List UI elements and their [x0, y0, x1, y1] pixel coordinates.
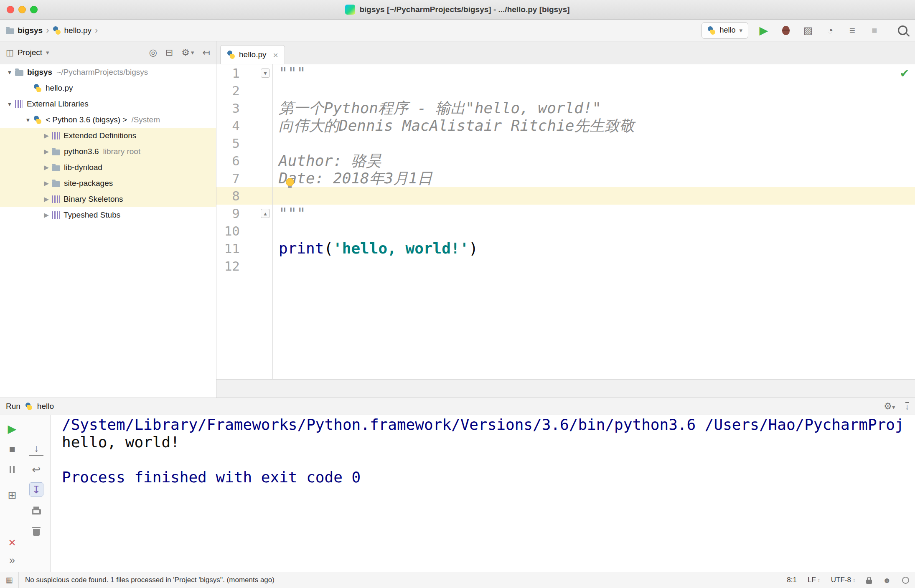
line-separator-widget[interactable]: LF ↕ [808, 576, 820, 584]
code-line[interactable]: 第一个Python程序 - 输出"hello, world!" [273, 99, 915, 117]
close-run-tab-button[interactable]: × [5, 535, 19, 550]
fold-marker-icon[interactable]: ▾ [261, 68, 270, 78]
stop-process-button[interactable]: ■ [5, 442, 19, 456]
tree-item-lib-dynload[interactable]: ▶lib-dynload [0, 160, 216, 175]
line-separator-value: LF [808, 576, 816, 584]
run-panel-title-label: Run [6, 402, 20, 411]
code-line[interactable]: 向伟大的Dennis MacAlistair Ritchie先生致敬 [273, 117, 915, 134]
editor-gutter[interactable]: 1▾23456789▴101112 [216, 64, 273, 379]
fold-marker-icon[interactable]: ▴ [261, 209, 270, 218]
tab-close-icon[interactable]: × [273, 51, 278, 59]
encoding-widget[interactable]: UTF-8 ↕ [831, 576, 855, 584]
tree-item-python3-6[interactable]: ▶python3.6library root [0, 144, 216, 160]
tree-item-hello-py[interactable]: hello.py [0, 80, 216, 96]
tree-collapsed-arrow-icon[interactable]: ▶ [41, 180, 52, 187]
tree-item-typeshed-stubs[interactable]: ▶Typeshed Stubs [0, 207, 216, 223]
python-file-icon [227, 51, 235, 59]
python-icon [53, 26, 61, 35]
print-console-button[interactable] [29, 503, 43, 517]
console-line: hello, world! [62, 433, 915, 451]
tree-expanded-arrow-icon[interactable]: ▼ [4, 101, 15, 107]
caret-position-widget[interactable]: 8:1 [787, 576, 797, 584]
tree-collapsed-arrow-icon[interactable]: ▶ [41, 132, 52, 139]
printer-icon [32, 509, 41, 514]
tab-hello-py[interactable]: hello.py × [220, 45, 285, 64]
code-line[interactable] [273, 187, 915, 205]
tree-item-extended-definitions[interactable]: ▶Extended Definitions [0, 128, 216, 144]
project-panel-header: ◫ Project ▾ ◎ ⊟ ⚙▾ ↤ [0, 41, 216, 64]
debug-button[interactable] [779, 24, 793, 37]
notifications-button[interactable] [902, 577, 909, 584]
intention-bulb-icon[interactable] [286, 178, 294, 186]
code-editor[interactable]: 1▾23456789▴101112 """第一个Python程序 - 输出"he… [216, 64, 915, 379]
line-number: 8 [216, 187, 240, 205]
editor-code[interactable]: """第一个Python程序 - 输出"hello, world!"向伟大的De… [273, 64, 915, 379]
pause-output-button[interactable] [5, 462, 19, 476]
tree-item-site-packages[interactable]: ▶site-packages [0, 175, 216, 191]
code-line[interactable] [273, 257, 915, 275]
project-panel-actions: ◎ ⊟ ⚙▾ ↤ [149, 47, 210, 58]
soft-wrap-button[interactable]: ↩ [29, 462, 43, 476]
scroll-to-end-button[interactable]: ↧ [29, 482, 43, 497]
tree-item-python-3-6-bigsys[interactable]: ▼< Python 3.6 (bigsys) >/System [0, 112, 216, 128]
folder-icon [52, 181, 60, 187]
code-line[interactable] [273, 82, 915, 99]
coverage-button[interactable]: ▨ [801, 24, 815, 37]
scroll-down-button[interactable]: ↓ [29, 442, 43, 456]
tree-item-bigsys[interactable]: ▼bigsys~/PycharmProjects/bigsys [0, 64, 216, 80]
inspections-profile-button[interactable]: ☻ [883, 576, 891, 584]
traffic-lights [7, 6, 38, 13]
code-token: print [279, 240, 324, 257]
run-console-output[interactable]: /System/Library/Frameworks/Python.framew… [51, 415, 915, 572]
readonly-toggle[interactable] [866, 577, 872, 584]
run-configuration-selector[interactable]: hello ▾ [702, 22, 748, 39]
tree-collapsed-arrow-icon[interactable]: ▶ [41, 211, 52, 219]
code-line[interactable]: Author: 骆昊 [273, 152, 915, 170]
stop-button[interactable]: ■ [868, 24, 881, 37]
panel-settings-button[interactable]: ⚙▾ [181, 47, 194, 58]
zoom-window-button[interactable] [30, 6, 38, 13]
collapse-all-button[interactable]: ⊟ [165, 47, 173, 58]
folder-icon [15, 70, 23, 76]
code-line[interactable]: """ [273, 205, 915, 222]
minimize-window-button[interactable] [18, 6, 26, 13]
code-line[interactable]: print('hello, world!') [273, 240, 915, 257]
clear-console-button[interactable] [29, 524, 43, 538]
run-tool-window: Run hello ⚙▾ ↓ ▶ ■ ⊞ × » ↓ ↩ ↧ [0, 398, 915, 572]
locate-file-button[interactable]: ◎ [149, 47, 157, 58]
breadcrumb-item-hello-py[interactable]: hello.py [53, 26, 92, 35]
breadcrumb-item-bigsys[interactable]: bigsys [6, 26, 43, 35]
code-line[interactable]: """ [273, 64, 915, 82]
search-everywhere-button[interactable] [896, 24, 909, 37]
project-panel-title[interactable]: ◫ Project ▾ [6, 48, 49, 58]
tree-collapsed-arrow-icon[interactable]: ▶ [41, 164, 52, 171]
hide-panel-button[interactable]: ↤ [203, 47, 210, 58]
concurrency-button[interactable]: ≡ [846, 24, 859, 37]
run-configuration-name: hello [719, 26, 735, 35]
tree-expanded-arrow-icon[interactable]: ▼ [4, 69, 15, 76]
more-actions-button[interactable]: » [5, 553, 19, 567]
tree-item-suffix: /System [131, 115, 160, 124]
code-line[interactable] [273, 134, 915, 152]
profiler-button[interactable]: ◔ [824, 24, 837, 37]
run-button[interactable]: ▶ [757, 24, 770, 37]
status-bar: ▦ No suspicious code found. 1 files proc… [0, 572, 915, 588]
hide-run-panel-button[interactable]: ↓ [905, 402, 910, 411]
run-settings-button[interactable]: ⚙▾ [884, 401, 895, 412]
tree-collapsed-arrow-icon[interactable]: ▶ [41, 148, 52, 155]
tree-item-suffix: library root [103, 147, 140, 156]
tree-item-label: hello.py [46, 84, 73, 93]
code-line[interactable] [273, 222, 915, 240]
tree-item-binary-skeletons[interactable]: ▶Binary Skeletons [0, 191, 216, 207]
rerun-button[interactable]: ▶ [5, 422, 19, 436]
library-icon [52, 195, 60, 203]
tool-window-switcher-icon[interactable]: ▦ [0, 572, 19, 588]
tree-collapsed-arrow-icon[interactable]: ▶ [41, 195, 52, 203]
tree-item-label: Extended Definitions [64, 131, 136, 140]
tree-item-external-libraries[interactable]: ▼External Libraries [0, 96, 216, 112]
close-window-button[interactable] [7, 6, 14, 13]
tree-expanded-arrow-icon[interactable]: ▼ [23, 117, 33, 123]
restore-layout-button[interactable]: ⊞ [5, 488, 19, 502]
code-line[interactable]: Date: 2018年3月1日 [273, 170, 915, 187]
tree-item-label: lib-dynload [64, 163, 102, 172]
